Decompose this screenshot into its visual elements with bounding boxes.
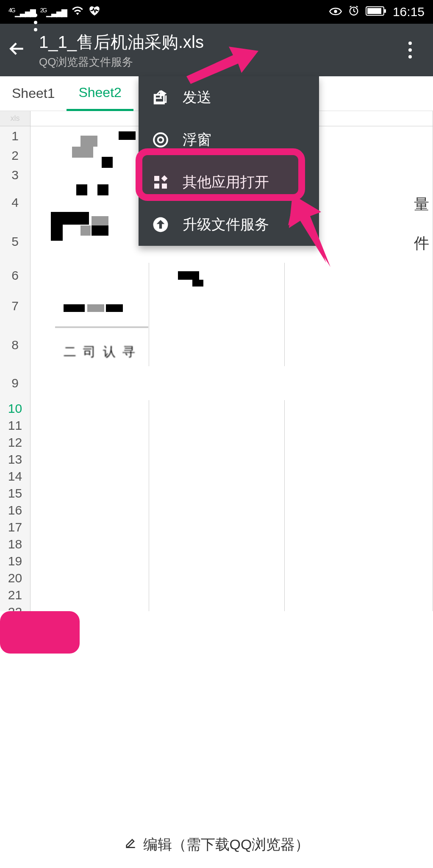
menu-upgrade-label: 升级文件服务 [183,215,269,234]
cell[interactable] [149,553,285,570]
cell[interactable] [149,485,285,502]
cell[interactable] [31,468,149,485]
row-header-7[interactable]: 7 [0,288,31,324]
cell[interactable] [149,451,285,468]
row-header-12[interactable]: 12 [0,434,31,451]
back-button[interactable] [8,39,29,61]
cell[interactable] [285,434,433,451]
cell[interactable] [149,502,285,519]
row-header-4[interactable]: 4 [0,185,31,220]
row-9[interactable]: 9 [0,366,433,400]
row-13[interactable]: 13 [0,451,433,468]
cell[interactable] [31,366,433,400]
heart-icon [89,6,100,18]
row-14[interactable]: 14 [0,468,433,485]
row-header-16[interactable]: 16 [0,502,31,519]
cell[interactable] [285,400,433,417]
cell[interactable] [285,468,433,485]
signal-2g-icon: 2G▁▃▅▇ [40,7,67,17]
upgrade-icon [151,215,170,234]
alarm-icon [348,5,360,19]
row-header-1[interactable]: 1 [0,126,31,146]
bottom-edit-bar[interactable]: 编辑（需下载QQ浏览器） [0,821,433,868]
cell[interactable] [149,263,285,288]
row-header-8[interactable]: 8 [0,324,31,366]
row-17[interactable]: 17 [0,519,433,536]
row-header-17[interactable]: 17 [0,519,31,536]
annotation-arrow-2 [275,195,330,267]
cell[interactable] [285,324,433,366]
cell[interactable] [31,502,149,519]
cell[interactable] [149,288,285,324]
row-header-18[interactable]: 18 [0,536,31,553]
row-16[interactable]: 16 [0,502,433,519]
row-header-19[interactable]: 19 [0,553,31,570]
cell[interactable] [31,485,149,502]
cell[interactable] [31,519,149,536]
svg-rect-10 [162,184,167,189]
cell[interactable] [149,519,285,536]
cell[interactable] [149,417,285,434]
redacted-content-4: 二 司 认 寻 [64,343,137,361]
svg-rect-8 [154,176,159,181]
redacted-content [38,127,148,356]
row-header-5[interactable]: 5 [0,220,31,263]
apps-icon [151,173,170,192]
svg-point-7 [158,137,164,143]
row-19[interactable]: 19 [0,553,433,570]
cell[interactable] [149,324,285,366]
cell[interactable] [285,485,433,502]
cell[interactable] [31,400,149,417]
signal-4g-icon: 4G▁▃▅▇ [8,7,35,17]
cell[interactable] [285,417,433,434]
row-header-15[interactable]: 15 [0,485,31,502]
eye-icon [329,5,342,19]
cell[interactable] [285,502,433,519]
cell[interactable] [285,519,433,536]
cell[interactable] [149,400,285,417]
row-20[interactable]: 20 [0,570,433,587]
row-header-20[interactable]: 20 [0,570,31,587]
cell[interactable] [31,434,149,451]
cell[interactable] [31,570,149,587]
tab-sheet1[interactable]: Sheet1 [0,76,67,111]
row-header-2[interactable]: 2 [0,146,31,165]
cell[interactable] [285,451,433,468]
status-left: 4G▁▃▅▇ 2G▁▃▅▇ [8,6,100,18]
cell-peek: 量 [414,194,429,215]
cell-peek: 件 [414,233,429,254]
cell[interactable] [149,468,285,485]
row-header-3[interactable]: 3 [0,165,31,185]
cell[interactable] [285,288,433,324]
menu-float[interactable]: 浮窗 [139,119,319,161]
row-12[interactable]: 12 [0,434,433,451]
share-icon [151,88,170,107]
cell[interactable] [31,417,149,434]
cell[interactable] [285,570,433,587]
more-menu-button[interactable] [395,35,425,65]
cell[interactable] [149,570,285,587]
row-18[interactable]: 18 [0,536,433,553]
row-11[interactable]: 11 [0,417,433,434]
row-10[interactable]: 10 [0,400,433,417]
svg-rect-3 [367,8,381,14]
clock-text: 16:15 [393,5,425,19]
row-header-6[interactable]: 6 [0,263,31,288]
row-header-9[interactable]: 9 [0,366,31,400]
cell[interactable] [285,553,433,570]
menu-send-label: 发送 [183,88,211,107]
row-header-14[interactable]: 14 [0,468,31,485]
more-vertical-icon [408,42,412,58]
row-header-13[interactable]: 13 [0,451,31,468]
edit-icon [124,836,137,853]
cell[interactable] [285,536,433,553]
row-header-11[interactable]: 11 [0,417,31,434]
cell[interactable] [31,536,149,553]
cell[interactable] [31,553,149,570]
row-header-10[interactable]: 10 [0,400,31,417]
cell[interactable] [149,536,285,553]
row-15[interactable]: 15 [0,485,433,502]
cell[interactable] [31,451,149,468]
tab-sheet2[interactable]: Sheet2 [67,76,133,111]
cell[interactable] [149,434,285,451]
